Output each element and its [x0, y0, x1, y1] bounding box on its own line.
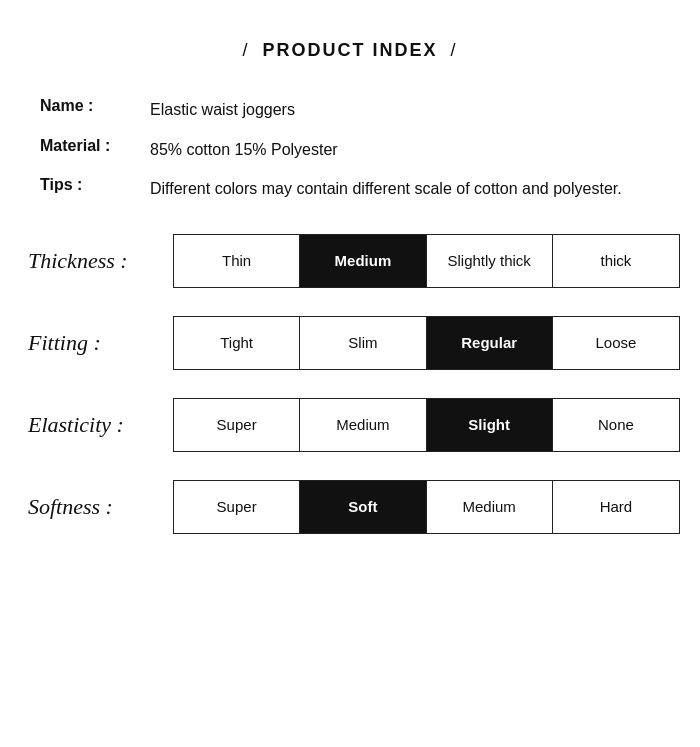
- index-row-3: Softness :SuperSoftMediumHard: [20, 480, 680, 534]
- index-option-2-0[interactable]: Super: [174, 399, 300, 451]
- material-label: Material :: [40, 137, 150, 155]
- tips-label: Tips :: [40, 176, 150, 194]
- name-label: Name :: [40, 97, 150, 115]
- index-options-1: TightSlimRegularLoose: [173, 316, 680, 370]
- index-options-0: ThinMediumSlightly thickthick: [173, 234, 680, 288]
- index-option-1-0[interactable]: Tight: [174, 317, 300, 369]
- info-section: Name : Elastic waist joggers Material : …: [20, 97, 680, 202]
- index-section: Thickness :ThinMediumSlightly thickthick…: [20, 234, 680, 534]
- index-option-3-3[interactable]: Hard: [553, 481, 679, 533]
- index-option-1-1[interactable]: Slim: [300, 317, 426, 369]
- index-option-3-1[interactable]: Soft: [300, 481, 426, 533]
- index-option-1-2[interactable]: Regular: [427, 317, 553, 369]
- index-row-2: Elasticity :SuperMediumSlightNone: [20, 398, 680, 452]
- material-value: 85% cotton 15% Polyester: [150, 137, 338, 163]
- index-option-0-0[interactable]: Thin: [174, 235, 300, 287]
- index-option-3-0[interactable]: Super: [174, 481, 300, 533]
- index-label-2: Elasticity :: [28, 412, 173, 438]
- index-option-0-3[interactable]: thick: [553, 235, 679, 287]
- index-row-1: Fitting :TightSlimRegularLoose: [20, 316, 680, 370]
- index-option-3-2[interactable]: Medium: [427, 481, 553, 533]
- index-option-2-1[interactable]: Medium: [300, 399, 426, 451]
- index-options-2: SuperMediumSlightNone: [173, 398, 680, 452]
- page-title: / PRODUCT INDEX /: [20, 40, 680, 61]
- index-option-2-2[interactable]: Slight: [427, 399, 553, 451]
- index-options-3: SuperSoftMediumHard: [173, 480, 680, 534]
- index-option-0-1[interactable]: Medium: [300, 235, 426, 287]
- product-index-page: / PRODUCT INDEX / Name : Elastic waist j…: [0, 0, 700, 747]
- material-row: Material : 85% cotton 15% Polyester: [40, 137, 680, 163]
- title-text: PRODUCT INDEX: [262, 40, 437, 60]
- name-value: Elastic waist joggers: [150, 97, 295, 123]
- title-prefix-slash: /: [242, 40, 249, 60]
- index-label-1: Fitting :: [28, 330, 173, 356]
- index-row-0: Thickness :ThinMediumSlightly thickthick: [20, 234, 680, 288]
- title-suffix-slash: /: [451, 40, 458, 60]
- index-option-2-3[interactable]: None: [553, 399, 679, 451]
- index-label-3: Softness :: [28, 494, 173, 520]
- index-label-0: Thickness :: [28, 248, 173, 274]
- index-option-0-2[interactable]: Slightly thick: [427, 235, 553, 287]
- tips-value: Different colors may contain different s…: [150, 176, 622, 202]
- index-option-1-3[interactable]: Loose: [553, 317, 679, 369]
- tips-row: Tips : Different colors may contain diff…: [40, 176, 680, 202]
- name-row: Name : Elastic waist joggers: [40, 97, 680, 123]
